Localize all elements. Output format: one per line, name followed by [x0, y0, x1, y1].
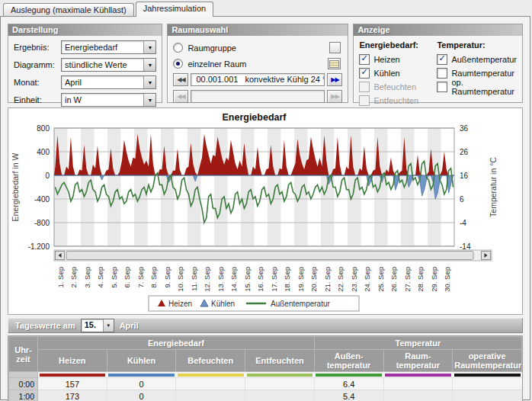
- svg-text:26: 26: [460, 148, 469, 156]
- svg-text:1. Sep: 1. Sep: [56, 267, 65, 287]
- svg-text:6. Sep: 6. Sep: [123, 267, 131, 287]
- svg-text:-400: -400: [34, 195, 50, 204]
- heizen-checkbox[interactable]: [359, 54, 370, 65]
- au-entemperatur-label: Außentemperatur: [451, 55, 517, 64]
- series-color-swatch-entfeuchten: [247, 374, 313, 377]
- svg-text:6: 6: [460, 195, 464, 204]
- svg-text:28. Sep: 28. Sep: [416, 267, 425, 292]
- chevron-down-icon[interactable]: ▼: [143, 76, 155, 88]
- energiebedarf-chart: 8004000-400-800-1.2003626166-4-14Energie…: [8, 108, 523, 314]
- tageswerte-label: Tageswerte am: [15, 321, 75, 330]
- column-header-heizen: Heizen: [38, 350, 107, 372]
- chevron-down-icon[interactable]: ▼: [143, 41, 155, 53]
- column-header-k-hlen: Kühlen: [107, 350, 176, 372]
- value-cell: [176, 378, 245, 390]
- radio-einzelner-raum-row: einzelner Raum: [173, 56, 342, 71]
- svg-text:Heizen: Heizen: [168, 300, 192, 308]
- diagramm-select[interactable]: stündliche Werte ▼: [61, 58, 156, 72]
- op-raumtemperatur-checkbox[interactable]: [437, 82, 447, 92]
- svg-text:16. Sep: 16. Sep: [256, 267, 264, 292]
- daily-values-table: Uhr-zeit Energiebedarf Temperatur Heizen…: [8, 336, 522, 401]
- previous-room-button[interactable]: ◀◀: [173, 73, 188, 86]
- y-axis-right-labels: 3626166-4-14: [460, 124, 471, 251]
- checkbox-row-op-raumtemperatur: op. Raumtemperatur: [437, 81, 517, 93]
- svg-text:10. Sep: 10. Sep: [176, 267, 184, 292]
- chevron-down-icon[interactable]: ▼: [103, 319, 114, 332]
- series-color-swatch-k-hlen: [108, 374, 175, 377]
- raumauswahl-body: Raumgruppe einzelner Raum ◀◀ 00.001.001: [168, 36, 348, 109]
- next-room-button[interactable]: ▶▶: [327, 73, 342, 86]
- svg-text:-800: -800: [34, 219, 50, 227]
- column-header-au-en-temperatur: Außen- temperatur: [314, 350, 383, 372]
- svg-text:17. Sep: 17. Sep: [270, 267, 278, 292]
- value-cell: [245, 390, 315, 401]
- temperatur-checkbox-list: AußentemperaturRaumtemperaturop. Raumtem…: [437, 53, 517, 93]
- raumgruppe-radio[interactable]: [173, 43, 183, 53]
- svg-text:11. Sep: 11. Sep: [190, 267, 198, 291]
- main-content: Darstellung Ergebnis: Energiebedarf ▼ Di…: [0, 16, 530, 400]
- ergebnis-select[interactable]: Energiebedarf ▼: [61, 40, 156, 54]
- room-nav-row: ◀◀ 00.001.001 konvektive Kühlg 24 °C ▶▶: [173, 72, 342, 86]
- svg-text:2. Sep: 2. Sep: [69, 267, 78, 287]
- value-cell: [245, 378, 315, 390]
- room-field[interactable]: 00.001.001 konvektive Kühlg 24 °C: [191, 73, 325, 86]
- chevron-down-icon[interactable]: ▼: [143, 94, 155, 106]
- room-card-button[interactable]: [328, 58, 341, 69]
- entfeuchten-checkbox: [359, 95, 370, 106]
- svg-text:22. Sep: 22. Sep: [336, 267, 345, 292]
- raumtemperatur-label: Raumtemperatur: [451, 69, 514, 78]
- chart-scrollbar[interactable]: [54, 250, 492, 261]
- series-color-swatch-befeuchten: [178, 374, 244, 377]
- previous-room-button-disabled[interactable]: ◀◀: [173, 90, 188, 103]
- svg-text:800: 800: [37, 124, 50, 133]
- svg-text:Außentemperatur: Außentemperatur: [271, 300, 330, 308]
- tab-auslegung[interactable]: Auslegung (maximale Kühllast): [3, 3, 134, 17]
- raumtemperatur-checkbox[interactable]: [437, 68, 447, 79]
- temperatur-group-header: Temperatur: [314, 337, 521, 350]
- chevron-down-icon[interactable]: ▼: [143, 59, 155, 71]
- series-color-swatch-au-en-temperatur: [316, 374, 382, 377]
- darstellung-body: Ergebnis: Energiebedarf ▼ Diagramm: stün…: [8, 36, 162, 114]
- panel-anzeige: Anzeige Energiebedarf: HeizenKühlenBefeu…: [353, 24, 523, 103]
- series-color-row: [9, 372, 522, 378]
- befeuchten-checkbox: [359, 82, 370, 92]
- room-field-empty[interactable]: [191, 90, 325, 103]
- au-entemperatur-checkbox[interactable]: [437, 54, 447, 65]
- panel-raumauswahl: Raumauswahl Raumgruppe einzelner Raum: [167, 24, 348, 103]
- svg-text:23. Sep: 23. Sep: [350, 267, 358, 292]
- value-cell: 157: [38, 378, 107, 390]
- value-cell: [453, 390, 522, 401]
- settings-panels: Darstellung Ergebnis: Energiebedarf ▼ Di…: [8, 24, 523, 103]
- room-id: 00.001.001: [196, 75, 238, 84]
- value-cell: [453, 378, 522, 390]
- y-axis-right-title: Temperatur in °C: [489, 157, 498, 217]
- y-axis-left-title: Energiebedarf in W: [11, 152, 20, 221]
- svg-text:14. Sep: 14. Sep: [229, 267, 238, 292]
- blank-square-button[interactable]: [329, 42, 341, 53]
- panel-title-darstellung: Darstellung: [8, 24, 162, 36]
- scroll-thumb[interactable]: [66, 252, 473, 260]
- day-select-value: 15.: [82, 319, 103, 332]
- ergebnis-value: Energiebedarf: [62, 41, 143, 53]
- checkbox-row-k-hlen: Kühlen: [359, 67, 437, 79]
- k-hlen-checkbox[interactable]: [359, 68, 370, 79]
- svg-text:-4: -4: [460, 219, 466, 227]
- raumgruppe-label: Raumgruppe: [187, 43, 236, 53]
- svg-text:21. Sep: 21. Sep: [323, 267, 332, 292]
- value-cell: [176, 390, 245, 401]
- diagramm-label: Diagramm:: [14, 60, 61, 69]
- column-header-befeuchten: Befeuchten: [176, 350, 245, 372]
- monat-select[interactable]: April ▼: [61, 75, 156, 89]
- einheit-select[interactable]: in W ▼: [61, 93, 156, 107]
- tab-jahressimulation[interactable]: Jahressimulation: [136, 2, 214, 17]
- panel-darstellung: Darstellung Ergebnis: Energiebedarf ▼ Di…: [8, 24, 162, 103]
- next-room-button-disabled[interactable]: ▶▶: [327, 90, 342, 103]
- svg-text:9. Sep: 9. Sep: [163, 267, 171, 287]
- einheit-label: Einheit:: [14, 95, 61, 104]
- einzelner-raum-radio[interactable]: [173, 59, 183, 69]
- day-select[interactable]: 15. ▼: [81, 319, 114, 332]
- panel-title-raumauswahl: Raumauswahl: [168, 24, 348, 36]
- k-hlen-label: Kühlen: [373, 69, 399, 78]
- energiebedarf-group-header: Energiebedarf: [38, 337, 315, 350]
- befeuchten-label: Befeuchten: [373, 82, 416, 91]
